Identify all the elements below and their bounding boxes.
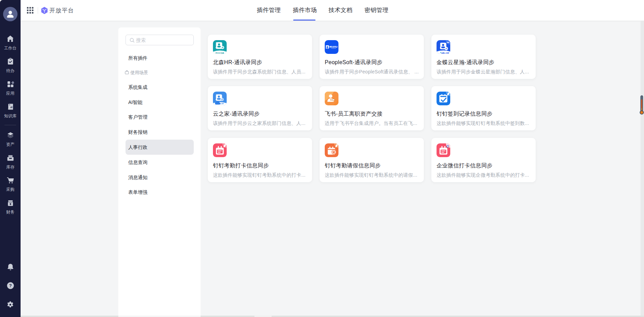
svg-text:CloudHub: CloudHub bbox=[220, 104, 224, 105]
svg-text:Beisen北森: Beisen北森 bbox=[216, 52, 224, 54]
svg-text:金蝶云 星瀚: 金蝶云 星瀚 bbox=[441, 52, 449, 54]
svg-text:AI: AI bbox=[10, 106, 12, 108]
svg-text:?: ? bbox=[9, 283, 12, 288]
svg-text:PeopleSoft: PeopleSoft bbox=[331, 48, 336, 49]
svg-text:星瀚: 星瀚 bbox=[446, 42, 450, 43]
